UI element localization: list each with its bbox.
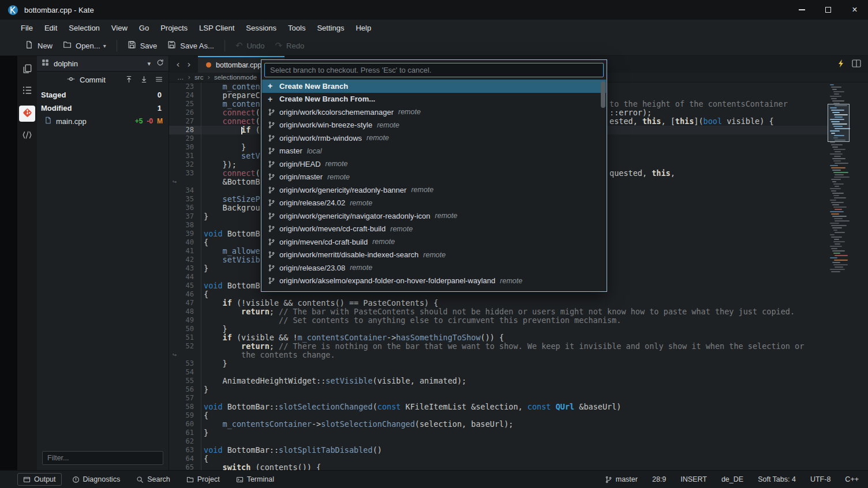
dictionary[interactable]: de_DE — [721, 475, 743, 483]
menu-go[interactable]: Go — [133, 21, 155, 35]
refresh-icon[interactable] — [156, 59, 164, 68]
branch-item[interactable]: masterlocal — [262, 145, 606, 158]
breadcrumb-segment[interactable]: … — [177, 74, 184, 81]
branch-name: origin/work/win-breeze-style — [279, 121, 372, 129]
code-line[interactable]: 58void BottomBar::slotSelectionChanged(c… — [169, 403, 868, 411]
line-number: 28 — [169, 126, 201, 134]
project-selector[interactable]: dolphin ▾ — [37, 56, 169, 72]
minimize-button[interactable] — [788, 0, 815, 20]
branch-item[interactable]: origin/work/genericity/readonly-bannerre… — [262, 183, 606, 197]
documents-toolview-button[interactable] — [20, 63, 34, 77]
modified-section-header[interactable]: Modified 1 — [37, 102, 169, 115]
quick-actions-icon[interactable] — [838, 59, 845, 70]
save-as-button[interactable]: Save As... — [162, 37, 219, 54]
branch-item[interactable]: origin/masterremote — [262, 171, 606, 184]
new-button[interactable]: New — [20, 37, 58, 54]
commit-button[interactable]: Commit — [67, 75, 106, 85]
git-branch-icon — [268, 238, 279, 246]
menu-projects[interactable]: Projects — [155, 21, 193, 35]
menu-lsp-client[interactable]: LSP Client — [193, 21, 240, 35]
code-line[interactable]: ↪ the contents change. — [169, 351, 868, 359]
split-view-icon[interactable] — [852, 59, 861, 70]
code-line[interactable]: 64{ — [169, 455, 868, 463]
input-mode[interactable]: INSERT — [680, 475, 707, 483]
save-button[interactable]: Save — [122, 37, 163, 54]
branch-item[interactable]: origin/work/kcolorschememanagerremote — [262, 106, 606, 119]
cursor-position[interactable]: 28:9 — [652, 475, 666, 483]
filter-input[interactable] — [43, 454, 163, 462]
panel-toggle-project[interactable]: Project — [181, 473, 226, 486]
branch-item[interactable]: origin/release/24.02remote — [262, 197, 606, 210]
branch-item[interactable]: +Create New Branch From... — [262, 93, 606, 106]
branch-item[interactable]: origin/work/merritt/disable-indexed-sear… — [262, 249, 606, 262]
chevron-down-icon[interactable]: ▾ — [147, 60, 151, 67]
code-line[interactable]: 48 return; // The bar with PasteContents… — [169, 307, 868, 316]
highlight-mode[interactable]: C++ — [845, 475, 859, 483]
panel-toggle-terminal[interactable]: Terminal — [230, 473, 280, 486]
menu-tools[interactable]: Tools — [282, 21, 311, 35]
branch-item[interactable]: origin/HEADremote — [262, 157, 606, 171]
undo-button[interactable]: ↶ Undo — [230, 39, 270, 53]
pull-icon[interactable] — [140, 75, 148, 85]
code-line[interactable]: 53 } — [169, 359, 868, 368]
code-line[interactable]: 49 // Set contents to anything else to c… — [169, 316, 868, 325]
branch-item[interactable]: +Create New Branch — [262, 80, 606, 93]
branch-item[interactable]: origin/work/meven/cd-craft-buildremote — [262, 223, 606, 236]
branch-item[interactable]: origin/work/akselmo/expand-folder-on-hov… — [262, 275, 606, 288]
branch-item[interactable]: origin/work/win-breeze-styleremote — [262, 119, 606, 132]
redo-button[interactable]: ↷ Redo — [270, 39, 310, 53]
symbols-toolview-button[interactable] — [20, 129, 34, 143]
code-line[interactable]: 60 m_contentsContainer->slotSelectionCha… — [169, 420, 868, 429]
minimap[interactable] — [828, 82, 868, 470]
code-line[interactable]: 65 switch (contents()) { — [169, 463, 868, 470]
code-line[interactable]: 57 — [169, 394, 868, 403]
menu-view[interactable]: View — [106, 21, 133, 35]
menu-sessions[interactable]: Sessions — [240, 21, 282, 35]
branch-item[interactable]: origin/meven/cd-craft-buildremote — [262, 235, 606, 249]
panel-toggle-diagnostics[interactable]: Diagnostics — [66, 473, 126, 486]
panel-toggle-output[interactable]: Output — [17, 473, 62, 486]
breadcrumb-segment[interactable]: selectionmode — [214, 74, 257, 81]
code-line[interactable]: 55 AnimatedHeightWidget::setVisible(visi… — [169, 377, 868, 385]
menu-edit[interactable]: Edit — [39, 21, 63, 35]
open-button[interactable]: Open... ▾ — [58, 37, 111, 54]
code-line[interactable]: 47 if (!visible && contents() == PasteCo… — [169, 299, 868, 307]
close-button[interactable]: × — [841, 0, 868, 20]
code-line[interactable]: 50 } — [169, 325, 868, 333]
tab-mode[interactable]: Soft Tabs: 4 — [758, 475, 796, 483]
history-back-button[interactable]: ‹ — [173, 56, 184, 73]
menu-help[interactable]: Help — [350, 21, 377, 35]
modified-count: 1 — [158, 104, 162, 112]
branch-item[interactable]: origin/work/rmb-windowsremote — [262, 132, 606, 145]
git-menu-icon[interactable] — [155, 75, 163, 85]
code-line[interactable]: 63void BottomBar::slotSplitTabDisabled() — [169, 446, 868, 455]
code-line[interactable]: 62 — [169, 437, 868, 446]
branch-item[interactable]: origin/release/23.08remote — [262, 261, 606, 275]
staged-section-header[interactable]: Staged 0 — [37, 88, 169, 102]
modified-file-row[interactable]: main.cpp +5 -0 M — [37, 115, 169, 127]
menu-file[interactable]: File — [15, 21, 39, 35]
popup-scrollbar-thumb[interactable] — [601, 81, 605, 108]
panel-toggle-search[interactable]: Search — [130, 473, 176, 486]
push-icon[interactable] — [125, 75, 133, 85]
code-line[interactable]: 51 if (visible && !m_contentsContainer->… — [169, 333, 868, 342]
encoding[interactable]: UTF-8 — [810, 475, 830, 483]
menu-settings[interactable]: Settings — [311, 21, 350, 35]
code-line[interactable]: 56} — [169, 385, 868, 394]
code-line[interactable]: 61} — [169, 429, 868, 437]
maximize-button[interactable] — [815, 0, 841, 20]
branch-item[interactable]: origin/work/genericity/navigator-readonl… — [262, 209, 606, 223]
code-line[interactable]: 52 return; // There is nothing on the ba… — [169, 342, 868, 351]
projects-toolview-button[interactable] — [20, 84, 34, 98]
history-forward-button[interactable]: › — [184, 56, 194, 73]
git-branch-indicator[interactable]: master — [605, 475, 638, 483]
git-toolview-button[interactable] — [19, 106, 35, 122]
breadcrumb-segment[interactable]: src — [194, 74, 203, 81]
branch-filter-input[interactable] — [264, 63, 604, 77]
status-bar: OutputDiagnosticsSearchProjectTerminal m… — [0, 470, 868, 488]
close-icon: × — [852, 5, 857, 14]
code-line[interactable]: 59{ — [169, 411, 868, 420]
minimap-viewport[interactable] — [828, 104, 850, 142]
code-line[interactable]: 54 — [169, 368, 868, 377]
menu-selection[interactable]: Selection — [63, 21, 105, 35]
